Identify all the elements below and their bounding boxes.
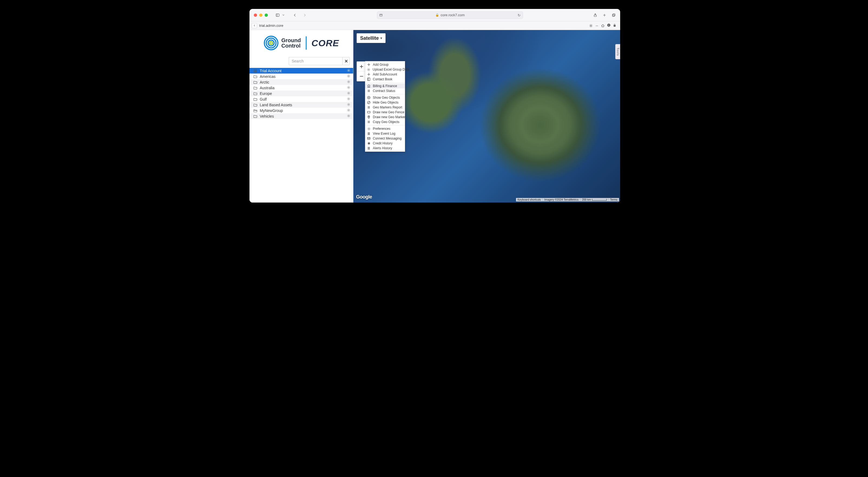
menu-item-label: Show Geo Objects xyxy=(373,96,400,99)
share-icon[interactable] xyxy=(591,12,599,19)
tab-back-button[interactable] xyxy=(252,23,257,28)
search-clear-button[interactable]: ✕ xyxy=(342,57,350,65)
search-input[interactable] xyxy=(289,57,342,65)
google-logo: Google xyxy=(356,194,372,200)
zoom-in-button[interactable]: + xyxy=(357,62,366,71)
gear-icon[interactable] xyxy=(347,69,350,73)
keyboard-shortcuts-link[interactable]: Keyboard shortcuts xyxy=(516,198,542,201)
menu-item[interactable]: Draw new Geo Fence xyxy=(365,110,405,115)
svg-point-34 xyxy=(368,69,369,70)
map-type-label: Satellite xyxy=(360,35,379,41)
tree-item-label: Americas xyxy=(260,74,275,79)
zoom-out-button[interactable]: − xyxy=(357,71,366,81)
tree-root[interactable]: Trial Account xyxy=(249,68,353,73)
info-icon[interactable] xyxy=(607,23,611,28)
new-tab-icon[interactable] xyxy=(601,12,608,19)
tree-root-label: Trial Account xyxy=(260,69,281,73)
sidebar-toggle[interactable] xyxy=(274,12,281,19)
map-scale: 200 km xyxy=(580,198,608,201)
tabs-icon[interactable] xyxy=(610,12,617,19)
svg-point-30 xyxy=(348,109,349,110)
svg-rect-13 xyxy=(609,24,609,25)
svg-rect-0 xyxy=(276,14,279,17)
gear-icon[interactable] xyxy=(347,91,350,96)
tree-item[interactable]: Australia xyxy=(249,85,353,91)
svg-rect-9 xyxy=(613,13,615,16)
book-icon xyxy=(367,77,371,81)
tree-item[interactable]: MyNewGroup xyxy=(249,107,353,113)
menu-item[interactable]: Geo Markers Report xyxy=(365,105,405,110)
maximize-window[interactable] xyxy=(265,13,268,17)
nav-back[interactable] xyxy=(291,12,299,19)
imagery-attrib: Imagery ©2024 TerraMetrics xyxy=(542,198,580,201)
gear-icon[interactable] xyxy=(347,103,350,107)
nav-forward[interactable] xyxy=(301,12,308,19)
terms-link[interactable]: Terms xyxy=(608,198,619,201)
svg-point-24 xyxy=(348,75,349,76)
folder-icon xyxy=(253,86,257,90)
logo-line1: Ground xyxy=(281,38,301,43)
menu-item[interactable]: Preferences xyxy=(365,126,405,131)
tree-item[interactable]: Gulf xyxy=(249,96,353,102)
folder-icon xyxy=(253,92,257,95)
minimize-window[interactable] xyxy=(259,13,262,17)
tree-item[interactable]: Europe xyxy=(249,91,353,96)
menu-item[interactable]: Copy Geo Objects xyxy=(365,120,405,124)
menu-item[interactable]: ✱Credit History xyxy=(365,141,405,146)
menu-item-label: Billing & Finance xyxy=(373,84,397,88)
list-icon xyxy=(367,120,371,124)
svg-point-29 xyxy=(348,104,349,105)
menu-item[interactable]: Alerts History xyxy=(365,146,405,151)
tree-item-label: Europe xyxy=(260,91,272,96)
account-context-menu: Add GroupUpload Excel Group DataAdd SubA… xyxy=(365,61,405,152)
gear-icon[interactable] xyxy=(347,86,350,90)
address-bar[interactable]: 🔒 core.rock7.com ↻ xyxy=(377,11,523,19)
list-icon xyxy=(253,69,257,73)
menu-item[interactable]: Show Geo Objects xyxy=(365,95,405,100)
close-window[interactable] xyxy=(254,13,257,17)
menu-item-label: Add SubAccount xyxy=(373,72,397,76)
menu-item[interactable]: View Event Log xyxy=(365,131,405,136)
svg-point-25 xyxy=(348,81,349,82)
reload-icon[interactable]: ↻ xyxy=(518,13,521,17)
expand-icon[interactable]: ↔ xyxy=(595,24,599,28)
tree-item[interactable]: Arctic xyxy=(249,79,353,85)
gear-icon[interactable] xyxy=(347,114,350,119)
page-toolbar: ↔ xyxy=(589,23,618,28)
gear-icon[interactable] xyxy=(347,74,350,79)
tree-item[interactable]: Americas xyxy=(249,73,353,79)
settings-icon[interactable] xyxy=(589,24,593,28)
tree-item[interactable]: Vehicles xyxy=(249,113,353,119)
menu-item[interactable]: Contract Status xyxy=(365,88,405,93)
menu-item[interactable]: Billing & Finance xyxy=(365,84,405,88)
menu-item-label: Copy Geo Objects xyxy=(373,120,399,124)
gear-icon[interactable] xyxy=(347,97,350,101)
noeye-icon xyxy=(367,101,371,104)
svg-point-31 xyxy=(348,115,349,116)
tree-item-label: Land Based Assets xyxy=(260,103,292,107)
menu-item[interactable]: Hide Geo Objects xyxy=(365,100,405,105)
home-icon[interactable] xyxy=(601,24,605,28)
marker-icon xyxy=(367,115,371,119)
tools-tab[interactable]: Tools xyxy=(615,44,620,59)
lock-icon-2[interactable] xyxy=(613,24,616,28)
page-settings-icon[interactable] xyxy=(379,13,382,17)
lines-icon xyxy=(367,132,371,135)
gear-icon[interactable] xyxy=(347,108,350,113)
folder-icon xyxy=(253,80,257,84)
menu-item-label: Hide Geo Objects xyxy=(373,101,399,104)
map-type-dropdown[interactable]: Satellite ▾ xyxy=(356,33,385,43)
menu-item[interactable]: Add SubAccount xyxy=(365,72,405,77)
menu-item-label: Contact Book xyxy=(373,77,392,81)
star-icon: ✱ xyxy=(367,141,371,145)
menu-item[interactable]: Draw new Geo Marker xyxy=(365,115,405,120)
mail-icon xyxy=(367,136,371,140)
gear-icon[interactable] xyxy=(347,80,350,84)
sidebar-dropdown-icon[interactable] xyxy=(281,12,285,19)
menu-item[interactable]: Contact Book xyxy=(365,77,405,82)
menu-item[interactable]: Upload Excel Group Data xyxy=(365,67,405,72)
map-credits: Keyboard shortcuts Imagery ©2024 TerraMe… xyxy=(516,198,619,201)
menu-item[interactable]: Connect Messaging xyxy=(365,136,405,141)
tree-item[interactable]: Land Based Assets xyxy=(249,102,353,107)
menu-item[interactable]: Add Group xyxy=(365,62,405,67)
